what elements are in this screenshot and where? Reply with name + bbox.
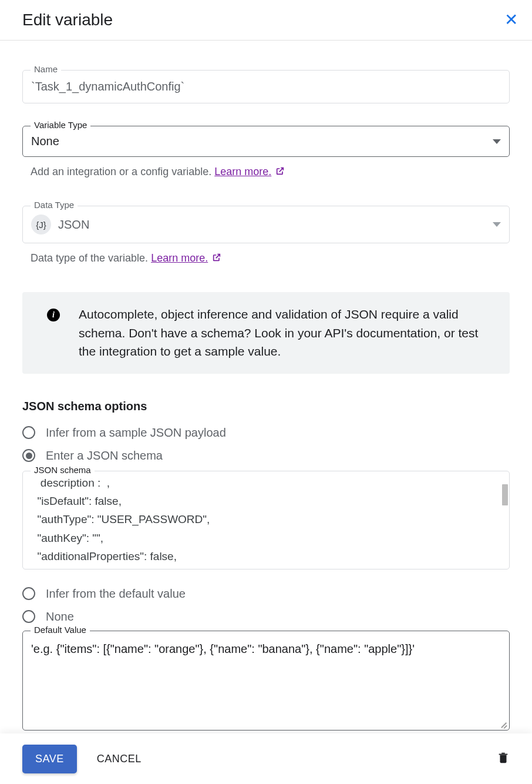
radio-icon	[22, 449, 35, 462]
default-value-group: Default Value 'e.g. {"items": [{"name": …	[22, 631, 510, 731]
save-button[interactable]: SAVE	[22, 745, 77, 773]
default-value-content: 'e.g. {"items": [{"name": "orange"}, {"n…	[31, 641, 501, 657]
json-schema-textarea[interactable]: description : , "isDefault": false, "aut…	[22, 471, 510, 569]
radio-label: Enter a JSON schema	[46, 449, 163, 463]
data-type-helper: Data type of the variable. Learn more.	[31, 250, 507, 266]
radio-infer-payload[interactable]: Infer from a sample JSON payload	[22, 421, 510, 444]
chevron-down-icon	[493, 222, 501, 227]
scrollbar-thumb[interactable]	[502, 484, 508, 505]
data-type-learn-more-link[interactable]: Learn more.	[151, 252, 208, 264]
info-icon: i	[47, 309, 60, 321]
external-link-icon	[212, 253, 221, 262]
data-type-value: JSON	[58, 218, 89, 232]
data-type-group: Data Type {J} JSON	[22, 206, 510, 243]
cancel-button[interactable]: CANCEL	[97, 753, 142, 765]
external-link-icon	[275, 166, 285, 176]
close-icon[interactable]: ✕	[504, 12, 518, 28]
delete-icon[interactable]	[497, 751, 510, 767]
dialog-content: Name Variable Type None Add an integrati…	[0, 41, 532, 779]
json-schema-group: JSON schema description : , "isDefault":…	[22, 471, 510, 569]
data-type-label: Data Type	[31, 200, 78, 210]
variable-type-label: Variable Type	[31, 120, 90, 130]
chevron-down-icon	[493, 139, 501, 144]
default-value-textarea[interactable]: 'e.g. {"items": [{"name": "orange"}, {"n…	[22, 631, 510, 731]
radio-none[interactable]: None	[22, 605, 510, 628]
info-text: Autocomplete, object inference and valid…	[79, 305, 493, 361]
variable-type-learn-more-link[interactable]: Learn more.	[214, 166, 271, 177]
json-schema-content: description : , "isDefault": false, "aut…	[31, 474, 501, 569]
radio-icon	[22, 426, 35, 439]
name-input[interactable]	[22, 70, 510, 103]
resize-handle-icon[interactable]	[499, 721, 507, 729]
schema-section-title: JSON schema options	[22, 400, 510, 413]
radio-infer-default[interactable]: Infer from the default value	[22, 582, 510, 605]
info-panel: i Autocomplete, object inference and val…	[22, 292, 510, 374]
dialog-footer: SAVE CANCEL	[0, 733, 532, 784]
radio-icon	[22, 587, 35, 600]
variable-type-value: None	[31, 135, 59, 148]
radio-label: Infer from the default value	[46, 587, 186, 601]
name-field-group: Name	[22, 70, 510, 103]
radio-enter-schema[interactable]: Enter a JSON schema	[22, 444, 510, 467]
variable-type-select[interactable]: None	[22, 126, 510, 157]
radio-label: None	[46, 610, 74, 624]
json-schema-label: JSON schema	[31, 465, 95, 475]
default-value-label: Default Value	[31, 625, 90, 635]
variable-type-helper: Add an integration or a config variable.…	[31, 164, 507, 180]
radio-label: Infer from a sample JSON payload	[46, 426, 226, 440]
dialog-header: Edit variable ✕	[0, 0, 532, 41]
dialog-title: Edit variable	[22, 11, 113, 29]
variable-type-group: Variable Type None	[22, 126, 510, 157]
radio-icon	[22, 610, 35, 623]
name-label: Name	[31, 64, 61, 74]
data-type-select[interactable]: {J} JSON	[22, 206, 510, 243]
json-icon: {J}	[31, 215, 51, 234]
